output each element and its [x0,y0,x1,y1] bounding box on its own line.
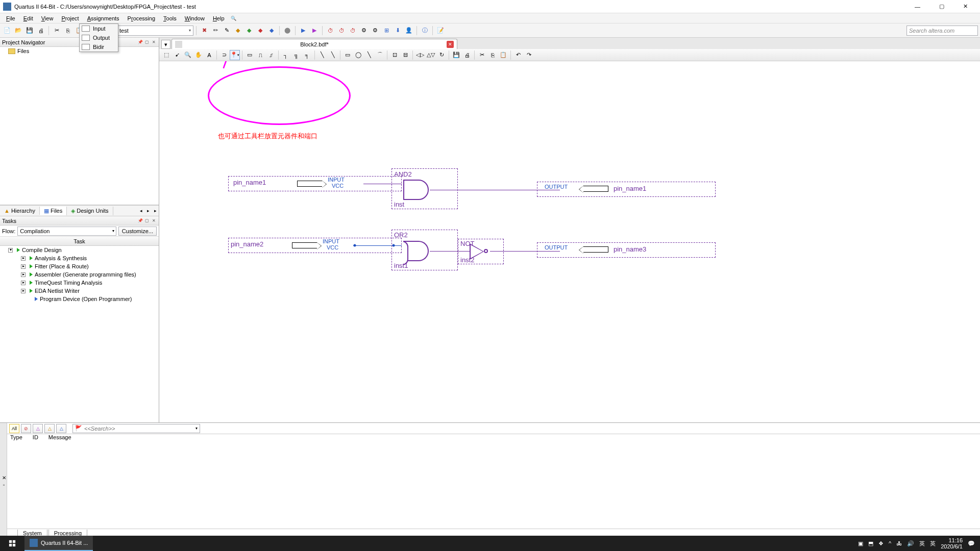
tasks-pin-button[interactable]: 📌 [137,218,143,224]
tray-clock[interactable]: 11:16 2020/6/1 [941,537,963,549]
tray-ime-mode[interactable]: 英 [930,540,936,547]
flip-h-button[interactable]: ◁▷ [415,50,425,60]
message-list[interactable] [7,442,980,529]
tool-button-5[interactable]: ◆ [255,26,265,36]
pin-menu-input[interactable]: Input [80,24,118,33]
msg-filter-error[interactable]: ⊘ [21,424,31,433]
msg-search-input[interactable] [84,425,193,432]
zoom-tool[interactable]: 🔍 [183,50,193,60]
tray-network-icon[interactable]: 🖧 [896,540,902,546]
help-button[interactable]: ⓘ [420,26,430,36]
task-fitter[interactable]: ▸Fitter (Place & Route) [0,262,159,270]
help-search-icon[interactable]: 🔍 [231,16,236,21]
timing-button-3[interactable]: ⏱ [348,26,358,36]
tool-button-2[interactable]: ✎ [222,26,232,36]
menu-file[interactable]: File [2,14,19,22]
doc-tab-list-button[interactable]: ▾ [161,40,170,49]
copy-edit-button[interactable]: ⎘ [487,50,498,60]
tray-icon-3[interactable]: ❖ [878,540,884,547]
project-selector[interactable]: test [117,26,193,36]
open-file-button[interactable]: 📂 [13,26,23,36]
analyze-button[interactable]: ▶ [309,26,320,36]
menu-help[interactable]: Help [209,14,229,22]
tray-icon-1[interactable]: ▣ [858,540,863,547]
tray-icon-4[interactable]: ^ [889,540,891,546]
new-file-button[interactable]: 📄 [2,26,12,36]
conduit-tool[interactable]: ⎍ [255,50,265,60]
tab-design-units[interactable]: ◈Design Units [67,207,113,215]
print-file-button[interactable]: 🖨 [462,50,472,60]
tab-nav-left[interactable]: ◂ [137,206,144,215]
messages-side-close[interactable]: ✕ ▫ [0,423,7,538]
menu-tools[interactable]: Tools [159,14,181,22]
tool-button-4[interactable]: ◆ [244,26,254,36]
programmer-button[interactable]: ⬇ [393,26,403,36]
flow-selector[interactable]: Compilation [17,227,116,236]
line-tool[interactable]: ╲ [364,50,374,60]
pin-menu-output[interactable]: Output [80,33,118,42]
timing-button-2[interactable]: ⏱ [336,26,347,36]
taskbar-quartus[interactable]: Quartus II 64-Bit ... [24,536,93,551]
panel-max-button[interactable]: ▢ [144,39,150,45]
tray-icon-2[interactable]: ⬒ [868,540,873,547]
oval-tool[interactable]: ◯ [353,50,363,60]
save-file-button[interactable]: 💾 [451,50,461,60]
pin-menu-bidir[interactable]: Bidir [80,42,118,52]
tasks-max-button[interactable]: ▢ [144,218,150,224]
menu-edit[interactable]: Edit [19,14,37,22]
document-tab-block2[interactable]: Block2.bdf* ✕ [172,39,457,49]
tab-files[interactable]: ▦Files [40,207,67,215]
copy-button[interactable]: ⎘ [63,26,73,36]
pointer-tool[interactable]: ➹ [172,50,182,60]
diagonal-bus-tool[interactable]: ╲ [328,50,338,60]
hand-tool[interactable]: ✋ [193,50,204,60]
tasks-tree[interactable]: ▾Compile Design ▸Analysis & Synthesis ▸F… [0,246,159,422]
stop-button[interactable]: ⬤ [282,26,292,36]
msg-filter-warning[interactable]: △ [44,424,55,433]
notes-button[interactable]: 📝 [435,26,446,36]
tab-nav-right2[interactable]: ▸ [152,206,159,215]
tab-hierarchy[interactable]: ▲Hierarchy [0,207,40,215]
arc-tool[interactable]: ⌒ [375,50,385,60]
redo-edit-button[interactable]: ↷ [524,50,534,60]
cut-edit-button[interactable]: ✂ [477,50,487,60]
task-eda-netlist[interactable]: ▸EDA Netlist Writer [0,287,159,295]
block-tool[interactable]: ▭ [244,50,255,60]
diagonal-node-tool[interactable]: ╲ [317,50,327,60]
orthogonal-bus-tool[interactable]: ╗ [291,50,302,60]
text-tool[interactable]: A [204,50,214,60]
panel-pin-button[interactable]: 📌 [137,39,143,45]
tool-button-1[interactable]: ✏ [210,26,220,36]
task-analysis-synthesis[interactable]: ▸Analysis & Synthesis [0,254,159,262]
task-program-device[interactable]: Program Device (Open Programmer) [0,295,159,303]
selection-tool[interactable]: ⬚ [161,50,172,60]
search-altera[interactable]: Search altera.com [906,26,978,36]
node-tool[interactable]: ⎎ [266,50,276,60]
chip-button-1[interactable]: ⚙ [359,26,369,36]
timing-button-1[interactable]: ⏱ [325,26,335,36]
rotate-button[interactable]: ↻ [436,50,447,60]
compile-button[interactable]: ▶ [298,26,308,36]
menu-processing[interactable]: Processing [124,14,159,22]
flip-v-button[interactable]: △▽ [426,50,436,60]
paste-edit-button[interactable]: 📋 [498,50,508,60]
orthogonal-node-tool[interactable]: ┐ [281,50,291,60]
start-button[interactable] [0,536,24,551]
settings-button[interactable]: ✖ [199,26,209,36]
tool-button-6[interactable]: ◆ [266,26,277,36]
symbol-tool[interactable]: ⊃ [219,50,229,60]
tasks-close-button[interactable]: ✕ [151,218,157,224]
project-navigator-tree[interactable]: Files [0,47,159,205]
signaltap-button[interactable]: 👤 [404,26,414,36]
chip-button-2[interactable]: ⚙ [370,26,380,36]
cut-button[interactable]: ✂ [52,26,62,36]
msg-filter-info[interactable]: △ [56,424,66,433]
tray-ime-lang[interactable]: 英 [919,540,925,547]
print-button[interactable]: 🖨 [36,26,46,36]
minimize-button[interactable]: — [906,2,929,12]
close-button[interactable]: ✕ [954,2,977,12]
task-assembler[interactable]: ▸Assembler (Generate programming files) [0,270,159,279]
partial-line-tool[interactable]: ⊟ [400,50,410,60]
panel-close-button[interactable]: ✕ [151,39,157,45]
msg-search-box[interactable]: 🚩 ▾ [72,424,200,433]
